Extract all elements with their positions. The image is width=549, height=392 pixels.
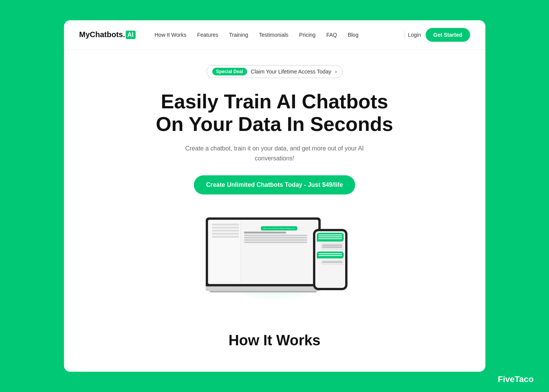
- special-deal-badge: Special Deal: [212, 68, 247, 75]
- phone-bubble-line-5: [322, 247, 342, 248]
- nav-training[interactable]: Training: [229, 32, 248, 38]
- phone-bubble-4: [321, 260, 344, 265]
- phone-bubble-line-4: [322, 245, 342, 246]
- screen-main-line-2: [244, 237, 308, 238]
- phone-bubble-3: [317, 252, 344, 258]
- screen-main-line-1: [244, 235, 308, 236]
- nav-testimonials[interactable]: Testimonials: [259, 32, 288, 38]
- phone-mockup: [313, 229, 347, 290]
- logo-text: MyChatbots.: [79, 30, 125, 39]
- get-started-button[interactable]: Get Started: [426, 28, 470, 42]
- nav-divider: [405, 31, 405, 39]
- nav-blog[interactable]: Blog: [348, 32, 359, 38]
- navbar: MyChatbots.AI How It Works Features Trai…: [64, 20, 485, 50]
- screen-main: Ideal Customer Persona "Affiliate Market…: [243, 222, 316, 282]
- how-it-works-title: How It Works: [79, 332, 470, 349]
- phone-bubble-1: [317, 233, 344, 242]
- logo-badge: AI: [126, 31, 136, 39]
- nav-how-it-works[interactable]: How It Works: [155, 32, 187, 38]
- hero-cta-button[interactable]: Create Unlimited Chatbots Today - Just $…: [194, 175, 355, 194]
- hero-section: Special Deal Claim Your Lifetime Access …: [64, 50, 485, 317]
- laptop-foot: [210, 291, 317, 292]
- hero-subtitle: Create a chatbot, train it on your data,…: [183, 144, 367, 163]
- hero-title: Easily Train AI Chatbots On Your Data In…: [156, 90, 393, 136]
- logo[interactable]: MyChatbots.AI: [79, 30, 136, 39]
- device-mockup: Ideal Customer Persona "Affiliate Market…: [194, 210, 355, 317]
- fivetaco-branding: FiveTaco: [498, 374, 534, 384]
- sidebar-item-2: [212, 227, 239, 229]
- phone-bubble-line-3: [318, 238, 342, 239]
- phone-bubble-line-8: [322, 261, 342, 263]
- screen-main-line-4: [244, 242, 308, 243]
- phone-bubble-line-2: [318, 236, 342, 237]
- screen-main-sub-1: [244, 232, 286, 234]
- screen-green-bubble-1: Ideal Customer Persona "Affiliate Market…: [261, 226, 297, 230]
- sidebar-item-3: [212, 230, 239, 232]
- nav-features[interactable]: Features: [197, 32, 218, 38]
- fivetaco-label: FiveTaco: [498, 374, 534, 384]
- phone-screen: [315, 231, 345, 288]
- screen-sidebar: [210, 222, 241, 282]
- phone-bubble-line-7: [318, 255, 342, 256]
- special-deal-arrow-icon: ›: [335, 69, 337, 75]
- nav-pricing[interactable]: Pricing: [299, 32, 316, 38]
- sidebar-item-1: [212, 224, 239, 225]
- phone-bubble-line-1: [318, 234, 342, 235]
- laptop-screen-outer: Ideal Customer Persona "Affiliate Market…: [206, 217, 321, 286]
- nav-links: How It Works Features Training Testimoni…: [155, 32, 402, 38]
- sidebar-item-4: [212, 233, 239, 235]
- laptop-screen-inner: Ideal Customer Persona "Affiliate Market…: [208, 220, 318, 284]
- screen-main-line-3: [244, 239, 308, 241]
- sidebar-item-5: [212, 236, 239, 238]
- laptop-base: [206, 286, 321, 291]
- screen-content: Ideal Customer Persona "Affiliate Market…: [208, 220, 318, 284]
- nav-login[interactable]: Login: [408, 32, 421, 38]
- special-deal-banner[interactable]: Special Deal Claim Your Lifetime Access …: [206, 65, 343, 78]
- nav-faq[interactable]: FAQ: [326, 32, 337, 38]
- laptop-mockup: Ideal Customer Persona "Affiliate Market…: [206, 217, 321, 292]
- phone-bubble-2: [321, 243, 344, 250]
- special-deal-text: Claim Your Lifetime Access Today: [251, 69, 331, 75]
- phone-bubble-line-6: [318, 253, 342, 254]
- how-it-works-section: How It Works: [64, 317, 485, 356]
